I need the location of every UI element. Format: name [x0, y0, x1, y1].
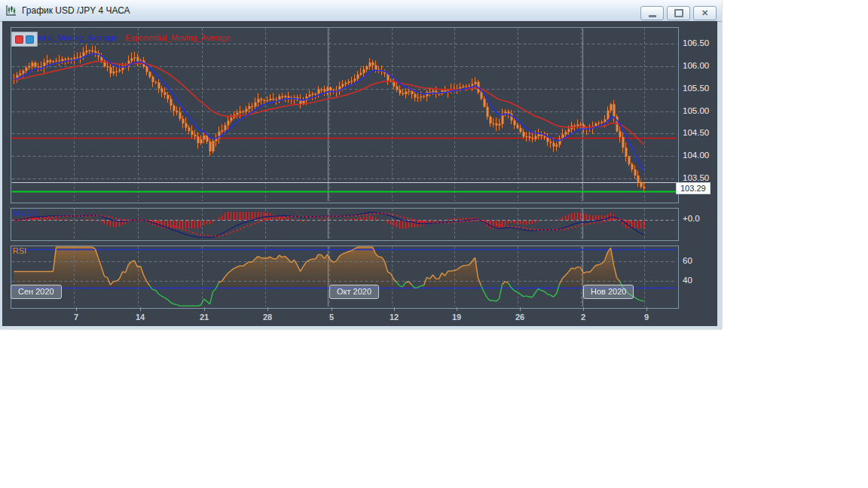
- x-axis-label: 12: [384, 313, 404, 322]
- maximize-button[interactable]: [667, 6, 690, 20]
- ema-slow-toggle-button[interactable]: [15, 35, 23, 44]
- x-axis-tick: [204, 307, 205, 311]
- indicator-toggle-box: [11, 32, 38, 47]
- x-axis-label: 7: [66, 313, 86, 322]
- titlebar[interactable]: График USD /JPY 4 ЧАСА ✕: [0, 0, 722, 22]
- x-axis-label: 26: [510, 313, 530, 322]
- month-label-chip: Окт 2020: [329, 285, 379, 299]
- price-chart-canvas[interactable]: [11, 28, 677, 201]
- window-title: График USD /JPY 4 ЧАСА: [22, 5, 130, 16]
- x-axis-tick: [457, 307, 457, 311]
- x-axis-label: 9: [637, 313, 656, 322]
- x-axis-tick: [76, 307, 77, 311]
- price-axis-label: 104.00: [683, 151, 709, 160]
- month-label-chip: Нов 2020: [583, 285, 634, 299]
- x-axis-label: 2: [573, 313, 593, 322]
- price-axis-label: 103.50: [683, 173, 709, 182]
- rsi-axis-label: 60: [683, 256, 692, 265]
- x-axis-label: 21: [194, 313, 214, 322]
- month-label-chip: Сен 2020: [11, 285, 62, 299]
- ema-slow-legend-label: Exponential_Moving_Average: [126, 33, 231, 42]
- rsi-panel: RSI: [11, 246, 679, 309]
- x-axis-tick: [520, 307, 521, 311]
- x-axis-label: 5: [322, 313, 341, 322]
- price-axis-label: 105.50: [683, 84, 709, 93]
- close-icon: ✕: [701, 9, 708, 17]
- x-axis-tick: [140, 307, 141, 311]
- x-axis-tick: [267, 307, 268, 311]
- macd-zero-label: +0.0: [683, 214, 700, 223]
- price-axis-label: 106.50: [683, 38, 709, 47]
- x-axis-label: 28: [258, 313, 277, 322]
- close-button[interactable]: ✕: [693, 6, 717, 20]
- rsi-label: RSI: [13, 246, 26, 255]
- macd-panel: MACD: [11, 208, 679, 241]
- price-axis-label: 105.00: [683, 106, 709, 115]
- current-price-tag: 103.29: [676, 182, 711, 194]
- x-axis-tick: [646, 307, 647, 311]
- minimize-icon: [649, 15, 656, 17]
- rsi-axis-label: 40: [683, 276, 692, 285]
- chart-window: График USD /JPY 4 ЧАСА ✕ Exponential_Mov…: [0, 0, 722, 329]
- macd-label: MACD: [13, 209, 38, 218]
- ema-fast-toggle-button[interactable]: [26, 35, 34, 44]
- maximize-icon: [674, 9, 683, 17]
- x-axis-tick: [332, 307, 332, 311]
- x-axis-label: 14: [130, 313, 150, 322]
- price-axis-label: 106.00: [683, 61, 709, 70]
- x-axis-tick: [583, 307, 584, 311]
- price-panel: Exponential_Moving_Average Exponential_M…: [11, 27, 679, 203]
- candlestick-chart-icon: [5, 5, 17, 17]
- x-axis-tick: [394, 307, 395, 311]
- minimize-button[interactable]: [640, 6, 664, 20]
- price-axis-label: 104.50: [683, 128, 709, 137]
- macd-chart-canvas[interactable]: [11, 209, 677, 239]
- chart-content: Exponential_Moving_Average Exponential_M…: [2, 21, 717, 326]
- window-controls: ✕: [640, 6, 717, 20]
- x-axis-label: 19: [447, 313, 466, 322]
